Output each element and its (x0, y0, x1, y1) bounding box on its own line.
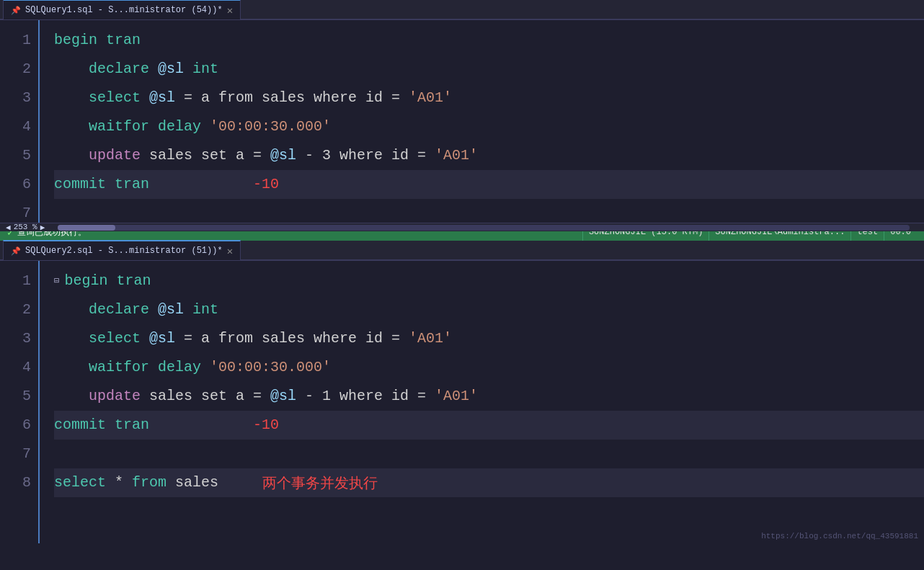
code-token: commit tran (54, 411, 149, 440)
line-number: 3 (0, 324, 38, 353)
line-number: 1 (0, 26, 38, 55)
code-token: 'A01' (409, 84, 452, 112)
tab-title-1: SQLQuery1.sql - S...ministrator (54))* (25, 5, 223, 15)
code-token: waitfor delay (54, 112, 210, 141)
line-number: 5 (0, 382, 38, 411)
code-token: int (192, 55, 218, 84)
scroll-thumb-top[interactable] (58, 225, 115, 231)
code-token: update (54, 382, 141, 411)
code-token: select (54, 324, 141, 353)
code-token: begin tran (64, 267, 151, 295)
line-number: 4 (0, 353, 38, 382)
top-tab-bar: 📌 SQLQuery1.sql - S...ministrator (54))*… (0, 0, 924, 20)
line-number: 5 (0, 141, 38, 170)
line-number: 7 (0, 440, 38, 468)
code-line: select @sl = a from sales where id = 'A0… (54, 84, 924, 112)
tab-close-1[interactable]: ✕ (227, 4, 233, 17)
line-number: 6 (0, 170, 38, 199)
code-token: -10 (149, 411, 279, 440)
code-token: from (132, 468, 166, 497)
code-line: begin tran (54, 26, 924, 55)
code-line: commit tran -10 (54, 170, 924, 199)
tab-title-2: SQLQuery2.sql - S...ministrator (51))* (25, 246, 223, 256)
code-line: update sales set a = @sl - 3 where id = … (54, 141, 924, 170)
code-token: - 1 where id = (296, 382, 435, 411)
code-token: update (54, 141, 141, 170)
top-code-content[interactable]: begin tran declare @sl int select @sl = … (40, 20, 924, 223)
code-token: select (54, 468, 106, 497)
bottom-editor-pane: 📌 SQLQuery2.sql - S...ministrator (51))*… (0, 241, 924, 543)
code-line: waitfor delay '00:00:30.000' (54, 112, 924, 141)
code-token: @sl (141, 84, 175, 112)
scroll-track-top[interactable] (58, 225, 910, 231)
code-token: select (54, 84, 141, 112)
code-token: @sl (158, 55, 184, 84)
top-scrollbar[interactable]: ◀ 253 % ▶ (0, 223, 924, 231)
bottom-tab-bar: 📌 SQLQuery2.sql - S...ministrator (51))*… (0, 241, 924, 261)
code-token: * (106, 468, 132, 497)
code-line: select * from sales 两个事务并发执行 (54, 468, 924, 497)
code-token (184, 55, 192, 84)
line-number: 2 (0, 55, 38, 84)
line-number: 4 (0, 112, 38, 141)
tab-close-2[interactable]: ✕ (227, 245, 233, 257)
code-token: sales set a = (141, 382, 270, 411)
code-token: waitfor delay (54, 353, 210, 382)
code-token: = a from sales where id = (175, 84, 409, 112)
code-token: @sl (270, 141, 296, 170)
code-line (54, 199, 924, 223)
tab-sqlquery2[interactable]: 📌 SQLQuery2.sql - S...ministrator (51))*… (3, 240, 241, 260)
code-line: declare @sl int (54, 295, 924, 324)
code-token: commit tran (54, 170, 149, 199)
tab-pin-icon: 📌 (11, 6, 21, 15)
tab-sqlquery1[interactable]: 📌 SQLQuery1.sql - S...ministrator (54))*… (3, 0, 241, 19)
top-code-area: 1234567 begin tran declare @sl int selec… (0, 20, 924, 223)
code-token: - 3 where id = (296, 141, 435, 170)
top-line-numbers: 1234567 (0, 20, 40, 223)
code-line (54, 440, 924, 468)
code-line: waitfor delay '00:00:30.000' (54, 353, 924, 382)
code-token: '00:00:30.000' (210, 112, 331, 141)
code-token: @sl (158, 295, 184, 324)
code-token: sales set a = (141, 141, 270, 170)
line-number: 2 (0, 295, 38, 324)
code-token: @sl (141, 324, 175, 353)
code-line: select @sl = a from sales where id = 'A0… (54, 324, 924, 353)
zoom-level: ◀ 253 % ▶ (6, 223, 45, 231)
top-editor-pane: 📌 SQLQuery1.sql - S...ministrator (54))*… (0, 0, 924, 223)
collapse-button[interactable]: ⊟ (54, 267, 64, 295)
line-number: 8 (0, 468, 38, 497)
code-token: @sl (270, 382, 296, 411)
code-token: 两个事务并发执行 (218, 468, 378, 497)
code-token: -10 (149, 170, 279, 199)
bottom-code-content[interactable]: ⊟ begin tran declare @sl int select @sl … (40, 261, 924, 543)
code-token: '00:00:30.000' (210, 353, 331, 382)
tab-pin-icon-2: 📌 (11, 246, 21, 256)
line-number: 3 (0, 84, 38, 112)
watermark: https://blog.csdn.net/qq_43591881 (761, 532, 918, 540)
code-token: declare (54, 55, 158, 84)
code-token: begin tran (54, 26, 141, 55)
code-line: ⊟ begin tran (54, 267, 924, 295)
code-line: update sales set a = @sl - 1 where id = … (54, 382, 924, 411)
code-token: declare (54, 295, 158, 324)
code-token: = a from sales where id = (175, 324, 409, 353)
code-token: sales (166, 468, 218, 497)
line-number: 6 (0, 411, 38, 440)
code-token: int (192, 295, 218, 324)
code-line: commit tran -10 (54, 411, 924, 440)
code-token: 'A01' (409, 324, 452, 353)
line-number: 7 (0, 199, 38, 223)
line-number: 1 (0, 267, 38, 295)
code-token: 'A01' (435, 141, 478, 170)
code-line: declare @sl int (54, 55, 924, 84)
bottom-line-numbers: 12345678 (0, 261, 40, 543)
code-token: 'A01' (435, 382, 478, 411)
code-token (184, 295, 192, 324)
bottom-code-area: 12345678 ⊟ begin tran declare @sl int se… (0, 261, 924, 543)
